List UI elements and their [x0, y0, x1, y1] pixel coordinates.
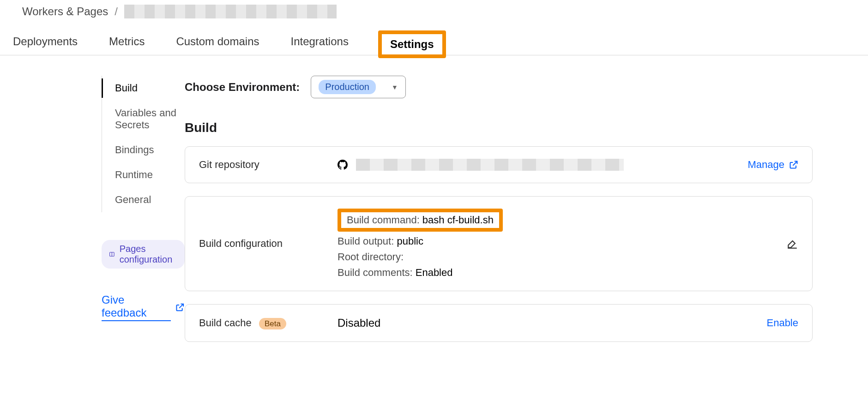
tab-integrations[interactable]: Integrations [289, 29, 350, 54]
breadcrumb-separator: / [115, 5, 118, 18]
environment-row: Choose Environment: Production ▼ [185, 76, 813, 98]
settings-sidebar: Build Variables and Secrets Bindings Run… [0, 76, 185, 355]
github-icon [338, 160, 348, 170]
build-configuration-card: Build configuration Build command: bash … [185, 196, 813, 291]
build-comments-value: Enabled [416, 267, 453, 278]
root-directory-key: Root directory: [338, 251, 404, 263]
chevron-down-icon: ▼ [392, 84, 398, 91]
git-repository-name-redacted [356, 159, 624, 171]
beta-badge: Beta [259, 318, 286, 329]
sidebar-item-build[interactable]: Build [102, 76, 185, 101]
root-directory-row: Root directory: [338, 251, 404, 263]
build-configuration-label: Build configuration [199, 238, 338, 250]
tab-settings[interactable]: Settings [378, 30, 446, 58]
external-link-icon [175, 303, 185, 312]
build-command-value: bash cf-build.sh [422, 214, 494, 226]
build-command-row-highlighted: Build command: bash cf-build.sh [338, 209, 503, 232]
environment-label: Choose Environment: [185, 81, 300, 94]
build-cache-label: Build cache [199, 317, 252, 329]
give-feedback-link[interactable]: Give feedback [102, 293, 171, 321]
breadcrumb-root[interactable]: Workers & Pages [22, 5, 108, 18]
tab-metrics[interactable]: Metrics [107, 29, 146, 54]
build-configuration-values: Build command: bash cf-build.sh Build ou… [338, 209, 786, 279]
git-repository-label: Git repository [199, 159, 338, 171]
tab-custom-domains[interactable]: Custom domains [174, 29, 261, 54]
build-cache-value: Disabled [338, 317, 380, 329]
enable-build-cache-link[interactable]: Enable [766, 317, 798, 329]
build-cache-label-row: Build cache Beta [199, 317, 338, 329]
manage-git-repository-link[interactable]: Manage [747, 159, 784, 171]
environment-selected-pill: Production [319, 80, 376, 94]
edit-icon[interactable] [786, 238, 798, 250]
build-output-key: Build output: [338, 235, 397, 247]
sidebar-item-general[interactable]: General [102, 187, 185, 212]
git-repository-card: Git repository Manage [185, 146, 813, 183]
build-comments-key: Build comments: [338, 267, 416, 278]
pages-configuration-pill[interactable]: Pages configuration [102, 240, 185, 269]
settings-side-nav: Build Variables and Secrets Bindings Run… [102, 76, 185, 212]
environment-select[interactable]: Production ▼ [311, 76, 405, 98]
breadcrumb: Workers & Pages / [0, 0, 868, 28]
external-link-icon [789, 160, 798, 169]
tab-deployments[interactable]: Deployments [11, 29, 79, 54]
build-output-row: Build output: public [338, 235, 423, 247]
build-output-value: public [397, 235, 423, 247]
git-repository-value [338, 159, 747, 171]
book-icon [109, 250, 115, 258]
sidebar-item-runtime[interactable]: Runtime [102, 162, 185, 187]
tabs-row: Deployments Metrics Custom domains Integ… [0, 28, 868, 55]
sidebar-item-variables[interactable]: Variables and Secrets [102, 101, 185, 138]
build-comments-row: Build comments: Enabled [338, 267, 452, 279]
build-command-key: Build command: [347, 214, 422, 226]
pages-configuration-label: Pages configuration [120, 244, 177, 265]
breadcrumb-project-name-redacted [124, 5, 337, 18]
feedback-row: Give feedback [102, 293, 185, 321]
build-cache-card: Build cache Beta Disabled Enable [185, 304, 813, 342]
section-title-build: Build [185, 120, 813, 135]
main-area: Build Variables and Secrets Bindings Run… [0, 55, 868, 355]
settings-content: Choose Environment: Production ▼ Build G… [185, 76, 831, 355]
sidebar-item-bindings[interactable]: Bindings [102, 138, 185, 162]
